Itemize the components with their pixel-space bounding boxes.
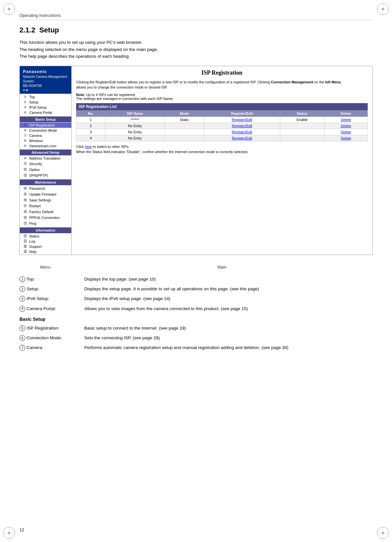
desc-item-camera-portal: 4 Camera Portal: Allows you to view imag…: [19, 306, 373, 312]
menu-item-address-translation[interactable]: ⑩ Address Translation: [20, 156, 71, 161]
col-isp-name: ISP Name: [105, 110, 165, 116]
delete-link-3[interactable]: Delete: [341, 130, 351, 134]
corner-decoration-bl: [3, 526, 16, 539]
isp-footer: Click here to switch to other ISPs. When…: [76, 144, 368, 155]
menu-item-camera-portal[interactable]: ④ Camera Portal: [20, 110, 71, 115]
menu-item-setup[interactable]: ② Setup: [20, 100, 71, 105]
menu-item-save-settings[interactable]: ⑯ Save Settings: [20, 197, 71, 203]
col-delete: Delete: [324, 110, 367, 116]
num-circle-3: 3: [19, 296, 25, 302]
page-number: 12: [19, 527, 24, 532]
num-circle-4: 4: [19, 306, 25, 312]
isp-title: ISP Registration: [76, 69, 368, 76]
desc-item-top: 1 Top: Displays the top page. (see page …: [19, 276, 373, 283]
section-title: 2.1.2 Setup: [19, 26, 373, 34]
here-link[interactable]: here: [85, 145, 92, 149]
delete-link-2[interactable]: Delete: [341, 124, 351, 128]
basic-setup-title: Basic Setup: [19, 317, 373, 322]
corner-decoration-tr: [376, 3, 389, 16]
menu-item-security[interactable]: ⑪ Security: [20, 161, 71, 167]
dot-2: [26, 89, 28, 91]
num-circle-2: 2: [19, 286, 25, 292]
num-circle-5: 5: [19, 325, 25, 331]
corner-decoration-br: [376, 526, 389, 539]
desc-item-ipv6: 3 IPv6 Setup: Displays the IPv6 setup pa…: [19, 295, 373, 302]
menu-item-isp[interactable]: ⑤ ISP Registration: [20, 123, 71, 128]
advanced-setup-items: ⑩ Address Translation ⑪ Security ⑫ Optio…: [20, 155, 71, 179]
menu-item-help[interactable]: ㉔ Help: [20, 249, 71, 254]
menu-item-viewnetcam[interactable]: ⑨ Viewnetcam.com: [20, 143, 71, 149]
menu-item-camera[interactable]: ⑦ Camera: [20, 133, 71, 138]
main-panel: ISP Registration Clicking the Register/E…: [72, 66, 372, 255]
table-row: 4 No Entry Register/Edit Delete: [76, 135, 368, 141]
register-edit-link-2[interactable]: Register/Edit: [232, 124, 252, 128]
table-row: 1 ****** Static Register/Edit Enable Del…: [76, 116, 368, 123]
table-row: 3 No Entry Register/Edit Delete: [76, 129, 368, 135]
num-circle-7: 7: [19, 345, 25, 351]
menu-item-ping[interactable]: ⑳ Ping: [20, 221, 71, 226]
menu-item-top[interactable]: ① Top: [20, 94, 71, 100]
menu-item-ipv6[interactable]: ③ IPv6 Setup: [20, 105, 71, 110]
register-edit-link-1[interactable]: Register/Edit: [232, 118, 252, 122]
col-status: Status: [280, 110, 324, 116]
corner-decoration-tl: [3, 3, 16, 16]
isp-note: Note: Up to 4 ISPs can be registered. Th…: [76, 93, 368, 101]
model-name: BB-HGW700: [23, 84, 68, 88]
section-header-maintenance: Maintenance: [20, 179, 71, 185]
section-header-advanced: Advanced Setup: [20, 150, 71, 155]
num-circle-6: 6: [19, 335, 25, 341]
intro-text: This function allows you to set up using…: [19, 39, 373, 60]
col-mode: Mode: [165, 110, 204, 116]
desc-item-connection-mode: 6 Connection Mode: Sets the connecting I…: [19, 335, 373, 341]
desc-item-setup: 2 Setup: Displays the setup page. It is …: [19, 286, 373, 292]
menu-item-status[interactable]: ㉑ Status: [20, 234, 71, 239]
register-edit-link-3[interactable]: Register/Edit: [232, 130, 252, 134]
desc-item-isp: 5 ISP Registration: Basic setup to conne…: [19, 325, 373, 331]
menu-item-password[interactable]: ⑭ Password: [20, 186, 71, 191]
brand-name: Panasonic: [23, 69, 68, 75]
product-line: Network Camera Management System: [23, 75, 68, 84]
section-header-basic: Basic Setup: [20, 116, 71, 122]
isp-list-header: ISP Registration List: [76, 103, 368, 110]
menu-item-connection-mode[interactable]: ⑥ Connection Mode: [20, 128, 71, 133]
basic-setup-items: ⑤ ISP Registration ⑥ Connection Mode ⑦ C…: [20, 122, 71, 149]
menu-item-vpn[interactable]: ⑬ VPN(PPTP): [20, 173, 71, 178]
dot-1: [23, 89, 25, 91]
isp-description: Clicking the Register/Edit button allows…: [76, 79, 368, 90]
menu-label: Menu: [19, 265, 71, 270]
section-header-information: Information: [20, 227, 71, 233]
menu-item-update-firmware[interactable]: ⑮ Update Firmware: [20, 191, 71, 197]
table-row: 2 No Entry Register/Edit Delete: [76, 123, 368, 129]
delete-link-4[interactable]: Delete: [341, 136, 351, 140]
maintenance-items: ⑭ Password ⑮ Update Firmware ⑯ Save Sett…: [20, 185, 71, 227]
menu-item-factory-default[interactable]: ⑱ Factory Default: [20, 209, 71, 215]
menu-item-pppoe[interactable]: ⑲ PPPoE Connection: [20, 215, 71, 221]
screenshot: Panasonic Network Camera Management Syst…: [19, 66, 373, 255]
desc-item-camera-desc: 7 Camera: Performs automatic camera regi…: [19, 344, 373, 351]
basic-setup-description-list: 5 ISP Registration: Basic setup to conne…: [19, 325, 373, 351]
panel-labels: Menu Main: [19, 265, 373, 270]
delete-link-1[interactable]: Delete: [341, 118, 351, 122]
menu-panel: Panasonic Network Camera Management Syst…: [20, 66, 72, 255]
menu-item-log[interactable]: ㉒ Log: [20, 239, 71, 244]
register-edit-link-4[interactable]: Register/Edit: [232, 136, 252, 140]
menu-item-support[interactable]: ㉓ Support: [20, 244, 71, 249]
col-no: No.: [76, 110, 105, 116]
description-list: 1 Top: Displays the top page. (see page …: [19, 276, 373, 312]
menu-header: Panasonic Network Camera Management Syst…: [20, 66, 71, 94]
header: Operating Instructions: [19, 13, 373, 20]
information-items: ㉑ Status ㉒ Log ㉓ Support ㉔ Help: [20, 233, 71, 255]
menu-item-wireless[interactable]: ⑧ Wireless: [20, 138, 71, 143]
menu-item-option[interactable]: ⑫ Option: [20, 167, 71, 173]
num-circle-1: 1: [19, 276, 25, 282]
menu-item-restart[interactable]: ⑰ Restart: [20, 203, 71, 209]
header-text: Operating Instructions: [19, 13, 61, 18]
menu-top-items: ① Top ② Setup ③ IPv6 Setup ④ Camera Port…: [20, 94, 71, 116]
col-register-edit: Register/Edit: [204, 110, 280, 116]
main-label: Main: [71, 265, 373, 270]
isp-table: No. ISP Name Mode Register/Edit Status D…: [76, 110, 368, 141]
